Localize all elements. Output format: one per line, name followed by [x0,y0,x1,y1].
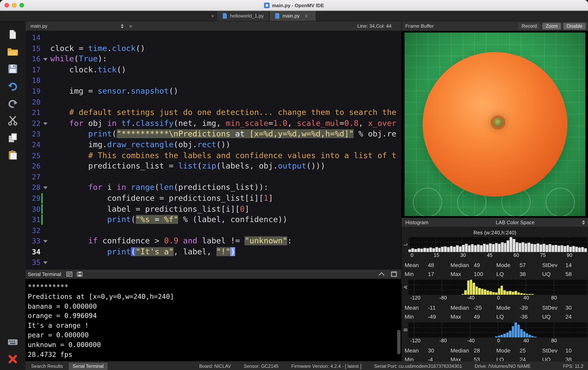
code-line[interactable]: 31 print("%s = %f" % (label, confidence)… [25,214,401,225]
code-line[interactable]: 35 [25,257,401,268]
record-button[interactable]: Record [518,23,540,30]
terminal-line: It's a orange ! [28,321,401,330]
code-text: clock.tick() [50,64,401,75]
close-window-button[interactable] [5,3,9,8]
terminal-line: Predictions at [x=0,y=0,w=240,h=240] [28,292,401,301]
fold-marker-icon[interactable] [41,182,50,193]
colorspace-selector[interactable]: LAB Color Space [496,220,585,225]
save-icon [8,64,18,74]
left-toolbar [0,21,25,370]
line-number: 14 [25,32,41,43]
undo-button[interactable] [6,80,20,93]
fold-marker-icon[interactable] [41,236,50,246]
code-line[interactable]: 15clock = time.clock() [25,43,401,54]
histogram-channel-A: A-120-80-4004080Mean-11Median-25Mode-39S… [403,280,588,321]
statusbar-items: Board: NICLAVSensor: GC2145Firmware Vers… [199,364,531,369]
search-results-tab[interactable]: Search Results [27,362,67,370]
frame-buffer-buttons: Record Zoom Disable [518,23,586,30]
serial-terminal-tab[interactable]: Serial Terminal [69,362,108,370]
code-line[interactable]: 14 [25,32,401,43]
stop-script-button[interactable] [6,353,20,366]
open-file-button[interactable] [6,45,20,58]
line-number: 31 [25,214,41,225]
log-icon[interactable] [66,271,72,277]
code-lines: 1415clock = time.clock()16while(True):17… [25,32,401,268]
close-document-icon[interactable]: × [126,23,135,29]
code-line[interactable]: 17 clock.tick() [25,64,401,75]
code-line[interactable]: 20 [25,96,401,107]
fps-label: FPS: 11.2 [563,364,584,369]
terminal-scrollbar-thumb[interactable] [397,330,400,354]
expand-panel-icon[interactable] [391,271,397,277]
stat-uq: UQ58 [542,271,588,277]
line-number: 24 [25,139,41,150]
window-title-text: main.py - OpenMV IDE [272,2,324,8]
fold-marker-icon[interactable] [41,54,50,64]
terminal-output: **********Predictions at [x=0,y=0,w=240,… [28,282,401,359]
line-number: 25 [25,150,41,161]
redo-button[interactable] [6,97,20,110]
serial-terminal[interactable]: **********Predictions at [x=0,y=0,w=240,… [25,279,401,361]
resolution-label: Res (w:240,h:240) [402,228,588,237]
code-line[interactable]: 34 print("It's a", label, "!") [25,246,401,257]
editor-header: main.py × Line: 34,Col: 44 [25,21,401,31]
terminal-line: ********** [28,282,401,292]
tab-main[interactable]: main.py × [269,11,316,21]
new-file-button[interactable] [6,28,20,41]
frame-buffer-view[interactable] [402,31,588,218]
channel-label: L [403,237,409,252]
stat-stdev: StDev14 [542,262,588,268]
gutter-marker [41,203,50,214]
code-line[interactable]: 27 [25,171,401,182]
code-line[interactable]: 22 for obj in tf.classify(net, img, min_… [25,118,401,129]
new-file-icon [8,29,18,40]
tab-helloworld[interactable]: helloworld_1.py [217,11,269,21]
code-line[interactable]: 29 confidence = predictions_list[i][1] [25,193,401,203]
code-line[interactable]: 18 [25,75,401,86]
code-line[interactable]: 24 img.draw_rectangle(obj.rect()) [25,139,401,150]
stat-uq: UQ24 [542,313,588,320]
code-line[interactable]: 16while(True): [25,54,401,64]
open-document-selector[interactable]: main.py [25,23,126,29]
histogram-bars [409,322,587,337]
statusbar-item: Firmware Version: 4.2.4 - [ latest ] [291,364,362,369]
gutter-marker [41,107,50,118]
stat-mode: Mode25 [496,347,542,353]
paste-button[interactable] [6,149,20,161]
code-line[interactable]: 30 label = predictions_list[i][0] [25,203,401,214]
histogram-channel-L: L0153045607590Mean48Median49Mode57StDev1… [403,237,588,278]
code-line[interactable]: 23 print("**********\nPredictions at [x=… [25,129,401,140]
cut-button[interactable] [6,114,20,127]
copy-button[interactable] [6,131,20,144]
tab-close-icon[interactable]: × [209,11,217,21]
zoom-window-button[interactable] [20,3,24,8]
disable-button[interactable]: Disable [563,23,586,30]
save-file-button[interactable] [6,62,20,75]
code-line[interactable]: 19 img = sensor.snapshot() [25,86,401,97]
minimize-window-button[interactable] [12,3,17,8]
line-number: 20 [25,96,41,107]
stat-lq: LQ38 [496,271,542,277]
code-text: img.draw_rectangle(obj.rect()) [50,139,401,150]
code-editor[interactable]: 1415clock = time.clock()16while(True):17… [25,31,401,269]
code-line[interactable]: 26 predictions_list = list(zip(labels, o… [25,161,401,171]
code-line[interactable]: 32 [25,225,401,236]
zoom-button[interactable]: Zoom [542,23,561,30]
connect-button[interactable] [6,336,20,348]
line-number: 28 [25,182,41,193]
code-line[interactable]: 28 for i in range(len(predictions_list))… [25,182,401,193]
fold-marker-icon[interactable] [41,257,50,268]
fold-marker-icon[interactable] [41,118,50,129]
save-log-icon[interactable] [77,271,83,277]
gutter-marker [41,161,50,171]
tab-close-icon[interactable]: × [302,13,310,19]
statusbar-item: Serial Port: cu.usbmodem3167376334301 [374,364,462,369]
frame-buffer-header: Frame Buffer Record Zoom Disable [402,21,588,31]
collapse-panel-icon[interactable] [378,272,384,278]
code-line[interactable]: 33 if confidence > 0.9 and label != "unk… [25,236,401,246]
copy-icon [8,133,18,143]
code-line[interactable]: 25 # This combines the labels and confid… [25,150,401,161]
statusbar-item: Sensor: GC2145 [243,364,278,369]
code-text: clock = time.clock() [50,43,401,54]
code-line[interactable]: 21 # default settings just do one detect… [25,107,401,118]
